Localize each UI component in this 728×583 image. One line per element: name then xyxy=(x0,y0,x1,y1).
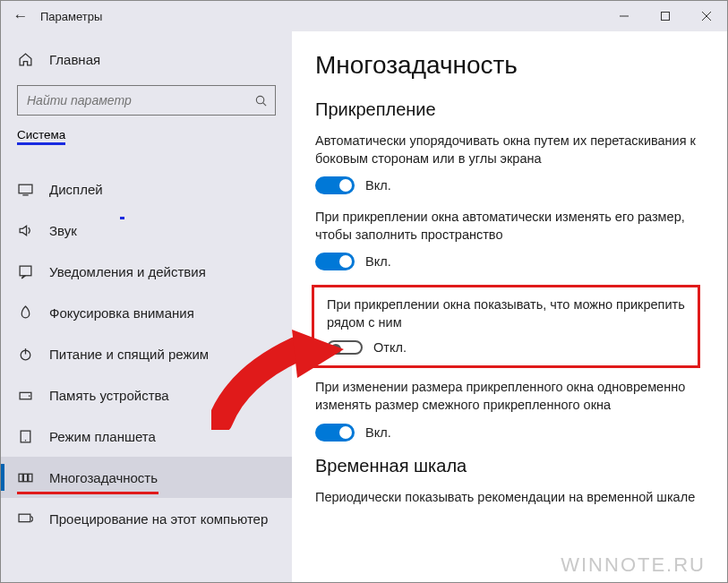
search-box[interactable] xyxy=(17,85,276,116)
sidebar-item-label: Память устройства xyxy=(49,388,169,403)
toggle-snap-resize[interactable] xyxy=(315,253,355,270)
sidebar-item-projecting[interactable]: Проецирование на этот компьютер xyxy=(1,498,292,539)
sidebar-item-display[interactable]: Дисплей xyxy=(1,168,292,210)
toggle-label: Вкл. xyxy=(365,254,391,269)
setting-snap-auto: Автоматически упорядочивать окна путем и… xyxy=(315,133,700,194)
sidebar-item-label: Фокусировка внимания xyxy=(49,305,194,321)
minimize-button[interactable] xyxy=(604,1,645,31)
window-controls xyxy=(604,1,727,31)
toggle-label: Откл. xyxy=(373,340,407,355)
sidebar-nav: Дисплей Звук Уведомления и действия Фоку… xyxy=(1,168,292,539)
window-title: Параметры xyxy=(40,10,604,23)
sidebar-item-label: Питание и спящий режим xyxy=(49,347,209,362)
close-button[interactable] xyxy=(686,1,727,31)
toggle-label: Вкл. xyxy=(365,425,391,440)
focus-icon xyxy=(17,305,33,321)
svg-rect-16 xyxy=(23,474,27,482)
svg-point-4 xyxy=(256,96,263,103)
page-title: Многозадачность xyxy=(315,51,700,80)
sidebar-item-focus[interactable]: Фокусировка внимания xyxy=(1,292,292,333)
setting-snap-adjacent: При изменении размера прикрепленного окн… xyxy=(315,379,700,441)
sound-icon xyxy=(17,223,33,238)
power-icon xyxy=(17,347,33,362)
search-icon xyxy=(254,94,268,107)
sidebar-item-label: Дисплей xyxy=(49,182,103,197)
annotation-underline xyxy=(17,492,158,494)
tablet-icon xyxy=(17,429,33,444)
svg-line-5 xyxy=(263,102,266,105)
svg-rect-18 xyxy=(19,514,30,522)
svg-point-12 xyxy=(28,395,30,397)
svg-point-14 xyxy=(24,440,25,441)
display-icon xyxy=(17,182,33,197)
titlebar: ← Параметры xyxy=(1,1,727,31)
setting-text: Автоматически упорядочивать окна путем и… xyxy=(315,133,700,167)
toggle-snap-adjacent[interactable] xyxy=(315,424,355,442)
setting-text: При прикреплении окна автоматически изме… xyxy=(315,209,700,244)
sidebar-item-label: Режим планшета xyxy=(49,429,156,444)
setting-text: При изменении размера прикрепленного окн… xyxy=(315,379,700,414)
sidebar-item-label: Проецирование на этот компьютер xyxy=(49,511,268,527)
multitasking-icon xyxy=(17,470,33,485)
sidebar-item-storage[interactable]: Память устройства xyxy=(1,374,292,416)
setting-text: Периодически показывать рекомендации на … xyxy=(315,489,700,507)
sidebar-home-label: Главная xyxy=(49,52,100,67)
storage-icon xyxy=(17,388,33,403)
setting-snap-resize: При прикреплении окна автоматически изме… xyxy=(315,209,700,270)
home-icon xyxy=(17,52,33,67)
svg-rect-1 xyxy=(662,13,670,21)
settings-window: ← Параметры Главная xyxy=(0,0,728,583)
setting-snap-suggest: При прикреплении окна показывать, что мо… xyxy=(327,296,685,355)
sidebar-item-label: Звук xyxy=(49,223,77,238)
sidebar-item-tablet[interactable]: Режим планшета xyxy=(1,416,292,457)
window-body: Главная Система Дисплей Звук xyxy=(1,31,727,582)
sidebar-item-power[interactable]: Питание и спящий режим xyxy=(1,333,292,374)
toggle-snap-suggest[interactable] xyxy=(327,340,363,355)
setting-timeline-suggest: Периодически показывать рекомендации на … xyxy=(315,489,700,507)
sidebar-item-notifications[interactable]: Уведомления и действия xyxy=(1,251,292,292)
back-button[interactable]: ← xyxy=(1,7,40,25)
section-snap: Прикрепление xyxy=(315,99,700,120)
maximize-button[interactable] xyxy=(645,1,686,31)
toggle-snap-auto[interactable] xyxy=(315,176,355,194)
svg-rect-8 xyxy=(20,266,31,276)
projecting-icon xyxy=(17,511,33,527)
sidebar-item-label: Многозадачность xyxy=(49,470,158,485)
svg-rect-17 xyxy=(28,474,31,482)
sidebar-item-sound[interactable]: Звук xyxy=(1,210,292,251)
sidebar-home[interactable]: Главная xyxy=(1,40,292,78)
svg-rect-6 xyxy=(19,184,32,193)
content-pane: Многозадачность Прикрепление Автоматичес… xyxy=(292,31,727,582)
toggle-label: Вкл. xyxy=(365,178,391,193)
section-timeline: Временная шкала xyxy=(315,456,700,476)
svg-rect-15 xyxy=(19,474,22,482)
setting-text: При прикреплении окна показывать, что мо… xyxy=(327,296,685,331)
watermark: WINNOTE.RU xyxy=(561,553,706,577)
sidebar-item-label: Уведомления и действия xyxy=(49,264,206,279)
sidebar-item-multitasking[interactable]: Многозадачность xyxy=(1,457,292,498)
notifications-icon xyxy=(17,264,33,279)
annotation-highlight-box: При прикреплении окна показывать, что мо… xyxy=(312,285,700,368)
sidebar-section-label: Система xyxy=(17,128,65,145)
sidebar: Главная Система Дисплей Звук xyxy=(1,31,292,582)
search-input[interactable] xyxy=(27,93,254,107)
